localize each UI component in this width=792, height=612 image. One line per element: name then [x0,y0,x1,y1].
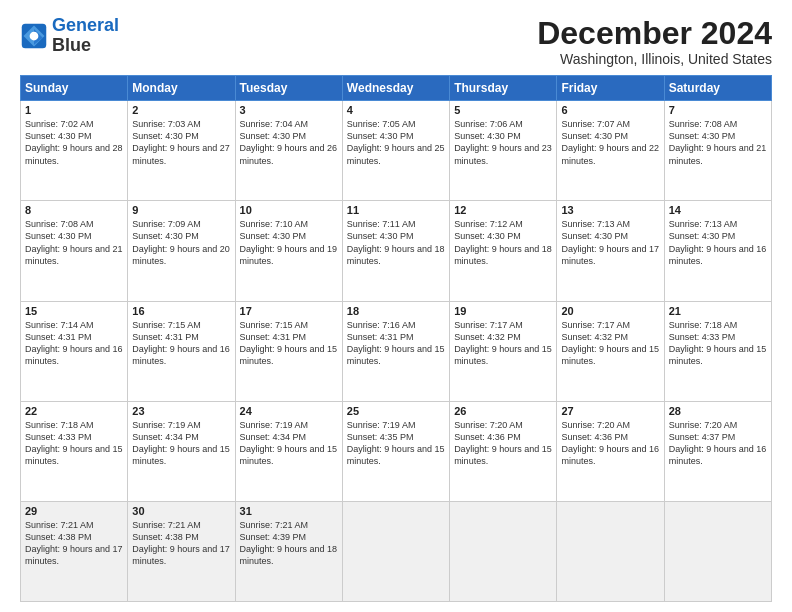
day-header-thursday: Thursday [450,76,557,101]
cell-info: Sunrise: 7:14 AMSunset: 4:31 PMDaylight:… [25,319,123,368]
day-number: 21 [669,305,767,317]
calendar-cell [342,501,449,601]
cell-info: Sunrise: 7:19 AMSunset: 4:35 PMDaylight:… [347,419,445,468]
cell-info: Sunrise: 7:13 AMSunset: 4:30 PMDaylight:… [669,218,767,267]
cell-info: Sunrise: 7:11 AMSunset: 4:30 PMDaylight:… [347,218,445,267]
day-number: 4 [347,104,445,116]
day-number: 9 [132,204,230,216]
day-number: 11 [347,204,445,216]
day-number: 23 [132,405,230,417]
day-number: 3 [240,104,338,116]
day-header-friday: Friday [557,76,664,101]
cell-info: Sunrise: 7:16 AMSunset: 4:31 PMDaylight:… [347,319,445,368]
cell-info: Sunrise: 7:18 AMSunset: 4:33 PMDaylight:… [669,319,767,368]
header: General Blue December 2024 Washington, I… [20,16,772,67]
calendar-cell: 1Sunrise: 7:02 AMSunset: 4:30 PMDaylight… [21,101,128,201]
day-number: 31 [240,505,338,517]
day-number: 27 [561,405,659,417]
day-number: 20 [561,305,659,317]
day-header-sunday: Sunday [21,76,128,101]
cell-info: Sunrise: 7:19 AMSunset: 4:34 PMDaylight:… [132,419,230,468]
cell-info: Sunrise: 7:21 AMSunset: 4:39 PMDaylight:… [240,519,338,568]
location: Washington, Illinois, United States [537,51,772,67]
calendar-cell: 31Sunrise: 7:21 AMSunset: 4:39 PMDayligh… [235,501,342,601]
calendar-cell: 28Sunrise: 7:20 AMSunset: 4:37 PMDayligh… [664,401,771,501]
calendar-cell: 7Sunrise: 7:08 AMSunset: 4:30 PMDaylight… [664,101,771,201]
day-number: 19 [454,305,552,317]
calendar-cell: 20Sunrise: 7:17 AMSunset: 4:32 PMDayligh… [557,301,664,401]
calendar-cell [450,501,557,601]
cell-info: Sunrise: 7:18 AMSunset: 4:33 PMDaylight:… [25,419,123,468]
cell-info: Sunrise: 7:05 AMSunset: 4:30 PMDaylight:… [347,118,445,167]
calendar-cell: 27Sunrise: 7:20 AMSunset: 4:36 PMDayligh… [557,401,664,501]
calendar-cell: 21Sunrise: 7:18 AMSunset: 4:33 PMDayligh… [664,301,771,401]
day-header-tuesday: Tuesday [235,76,342,101]
calendar-cell [664,501,771,601]
title-area: December 2024 Washington, Illinois, Unit… [537,16,772,67]
day-number: 17 [240,305,338,317]
calendar-header-row: SundayMondayTuesdayWednesdayThursdayFrid… [21,76,772,101]
calendar-cell: 3Sunrise: 7:04 AMSunset: 4:30 PMDaylight… [235,101,342,201]
day-number: 22 [25,405,123,417]
calendar-cell: 2Sunrise: 7:03 AMSunset: 4:30 PMDaylight… [128,101,235,201]
month-title: December 2024 [537,16,772,51]
day-number: 2 [132,104,230,116]
cell-info: Sunrise: 7:20 AMSunset: 4:37 PMDaylight:… [669,419,767,468]
week-row-2: 8Sunrise: 7:08 AMSunset: 4:30 PMDaylight… [21,201,772,301]
week-row-1: 1Sunrise: 7:02 AMSunset: 4:30 PMDaylight… [21,101,772,201]
day-header-wednesday: Wednesday [342,76,449,101]
day-header-saturday: Saturday [664,76,771,101]
cell-info: Sunrise: 7:02 AMSunset: 4:30 PMDaylight:… [25,118,123,167]
calendar-cell: 9Sunrise: 7:09 AMSunset: 4:30 PMDaylight… [128,201,235,301]
calendar-cell: 12Sunrise: 7:12 AMSunset: 4:30 PMDayligh… [450,201,557,301]
cell-info: Sunrise: 7:07 AMSunset: 4:30 PMDaylight:… [561,118,659,167]
calendar-cell: 4Sunrise: 7:05 AMSunset: 4:30 PMDaylight… [342,101,449,201]
cell-info: Sunrise: 7:06 AMSunset: 4:30 PMDaylight:… [454,118,552,167]
day-number: 30 [132,505,230,517]
week-row-4: 22Sunrise: 7:18 AMSunset: 4:33 PMDayligh… [21,401,772,501]
calendar-cell: 5Sunrise: 7:06 AMSunset: 4:30 PMDaylight… [450,101,557,201]
cell-info: Sunrise: 7:17 AMSunset: 4:32 PMDaylight:… [561,319,659,368]
day-number: 18 [347,305,445,317]
calendar-cell: 10Sunrise: 7:10 AMSunset: 4:30 PMDayligh… [235,201,342,301]
logo: General Blue [20,16,119,56]
day-number: 12 [454,204,552,216]
calendar-cell: 17Sunrise: 7:15 AMSunset: 4:31 PMDayligh… [235,301,342,401]
cell-info: Sunrise: 7:03 AMSunset: 4:30 PMDaylight:… [132,118,230,167]
cell-info: Sunrise: 7:13 AMSunset: 4:30 PMDaylight:… [561,218,659,267]
cell-info: Sunrise: 7:08 AMSunset: 4:30 PMDaylight:… [669,118,767,167]
day-number: 5 [454,104,552,116]
calendar-cell: 19Sunrise: 7:17 AMSunset: 4:32 PMDayligh… [450,301,557,401]
calendar-cell: 23Sunrise: 7:19 AMSunset: 4:34 PMDayligh… [128,401,235,501]
day-number: 24 [240,405,338,417]
day-number: 10 [240,204,338,216]
calendar-cell: 16Sunrise: 7:15 AMSunset: 4:31 PMDayligh… [128,301,235,401]
day-number: 1 [25,104,123,116]
cell-info: Sunrise: 7:08 AMSunset: 4:30 PMDaylight:… [25,218,123,267]
logo-icon [20,22,48,50]
cell-info: Sunrise: 7:17 AMSunset: 4:32 PMDaylight:… [454,319,552,368]
day-number: 15 [25,305,123,317]
cell-info: Sunrise: 7:10 AMSunset: 4:30 PMDaylight:… [240,218,338,267]
calendar-cell: 24Sunrise: 7:19 AMSunset: 4:34 PMDayligh… [235,401,342,501]
calendar-cell: 26Sunrise: 7:20 AMSunset: 4:36 PMDayligh… [450,401,557,501]
cell-info: Sunrise: 7:21 AMSunset: 4:38 PMDaylight:… [132,519,230,568]
cell-info: Sunrise: 7:21 AMSunset: 4:38 PMDaylight:… [25,519,123,568]
calendar-cell: 13Sunrise: 7:13 AMSunset: 4:30 PMDayligh… [557,201,664,301]
calendar-page: General Blue December 2024 Washington, I… [0,0,792,612]
calendar-cell: 8Sunrise: 7:08 AMSunset: 4:30 PMDaylight… [21,201,128,301]
calendar-cell: 11Sunrise: 7:11 AMSunset: 4:30 PMDayligh… [342,201,449,301]
day-number: 26 [454,405,552,417]
day-number: 13 [561,204,659,216]
logo-text: General Blue [52,16,119,56]
calendar-cell: 14Sunrise: 7:13 AMSunset: 4:30 PMDayligh… [664,201,771,301]
day-header-monday: Monday [128,76,235,101]
calendar-cell: 18Sunrise: 7:16 AMSunset: 4:31 PMDayligh… [342,301,449,401]
cell-info: Sunrise: 7:15 AMSunset: 4:31 PMDaylight:… [132,319,230,368]
week-row-3: 15Sunrise: 7:14 AMSunset: 4:31 PMDayligh… [21,301,772,401]
calendar-cell: 15Sunrise: 7:14 AMSunset: 4:31 PMDayligh… [21,301,128,401]
day-number: 28 [669,405,767,417]
cell-info: Sunrise: 7:20 AMSunset: 4:36 PMDaylight:… [454,419,552,468]
cell-info: Sunrise: 7:12 AMSunset: 4:30 PMDaylight:… [454,218,552,267]
cell-info: Sunrise: 7:15 AMSunset: 4:31 PMDaylight:… [240,319,338,368]
